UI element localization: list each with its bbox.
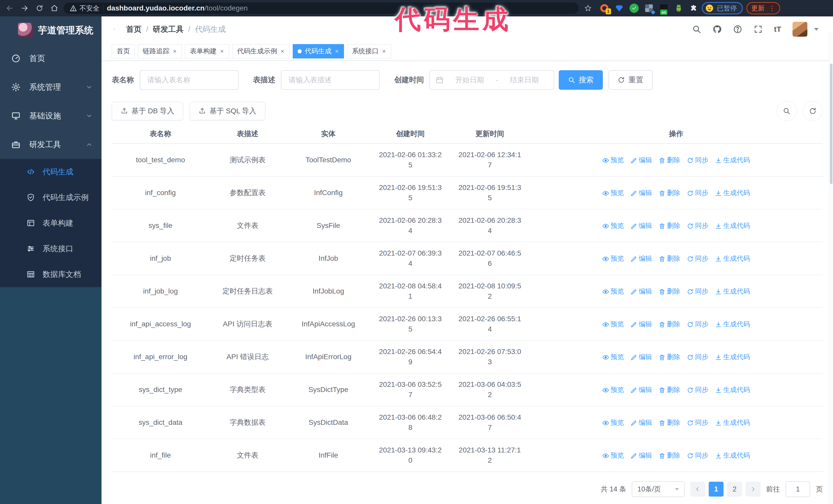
action-eye-link[interactable]: 预览 xyxy=(602,156,624,164)
action-sync-link[interactable]: 同步 xyxy=(687,452,709,459)
action-sync-link[interactable]: 同步 xyxy=(687,156,709,164)
extension-grid-icon[interactable] xyxy=(644,4,653,13)
browser-home-button[interactable] xyxy=(49,3,60,14)
page-button-1[interactable]: 1 xyxy=(709,482,723,497)
action-edit-link[interactable]: 编辑 xyxy=(630,222,652,230)
action-delete-link[interactable]: 删除 xyxy=(659,287,680,295)
address-bar[interactable]: 不安全 dashboard.yudao.iocoder.cn/tool/code… xyxy=(64,3,579,14)
sidebar-subitem-2[interactable]: 表单构建 xyxy=(0,210,101,236)
sidebar-item-2[interactable]: 基础设施 xyxy=(0,101,101,130)
table-name-input[interactable] xyxy=(140,70,239,90)
toggle-search-button[interactable] xyxy=(777,101,796,121)
action-delete-link[interactable]: 删除 xyxy=(659,452,680,459)
action-eye-link[interactable]: 预览 xyxy=(602,189,624,197)
action-download-link[interactable]: 生成代码 xyxy=(715,287,750,295)
action-eye-link[interactable]: 预览 xyxy=(602,418,624,426)
action-eye-link[interactable]: 预览 xyxy=(602,452,624,459)
menu-dots-icon[interactable]: ⋮ xyxy=(769,4,775,12)
browser-update-button[interactable]: 更新 ⋮ xyxy=(746,2,780,14)
sidebar-subitem-4[interactable]: 数据库文档 xyxy=(0,262,101,287)
action-delete-link[interactable]: 删除 xyxy=(659,320,680,328)
sidebar-subitem-3[interactable]: 系统接口 xyxy=(0,236,101,262)
action-delete-link[interactable]: 删除 xyxy=(659,255,680,262)
action-delete-link[interactable]: 删除 xyxy=(659,222,680,230)
prev-page-button[interactable] xyxy=(690,482,705,497)
action-sync-link[interactable]: 同步 xyxy=(687,418,709,426)
extension-adblock-icon[interactable]: 1 xyxy=(600,4,609,13)
search-button[interactable]: 搜索 xyxy=(559,70,603,90)
action-download-link[interactable]: 生成代码 xyxy=(715,452,750,459)
extensions-puzzle-icon[interactable] xyxy=(689,4,698,13)
action-sync-link[interactable]: 同步 xyxy=(687,222,709,230)
import-sql-button[interactable]: 基于 SQL 导入 xyxy=(190,102,265,120)
action-edit-link[interactable]: 编辑 xyxy=(630,255,652,262)
action-sync-link[interactable]: 同步 xyxy=(687,287,709,295)
action-sync-link[interactable]: 同步 xyxy=(687,255,709,262)
sidebar-subitem-1[interactable]: 代码生成示例 xyxy=(0,185,101,210)
action-download-link[interactable]: 生成代码 xyxy=(715,189,750,197)
tab-close-icon[interactable]: × xyxy=(334,48,339,55)
action-edit-link[interactable]: 编辑 xyxy=(630,189,652,197)
tag-tab-5[interactable]: 系统接口× xyxy=(347,44,391,58)
browser-back-button[interactable] xyxy=(4,3,15,14)
action-download-link[interactable]: 生成代码 xyxy=(715,418,750,426)
action-download-link[interactable]: 生成代码 xyxy=(715,353,750,361)
table-desc-input[interactable] xyxy=(281,70,380,90)
next-page-button[interactable] xyxy=(745,482,760,497)
tag-tab-2[interactable]: 表单构建× xyxy=(185,44,229,58)
goto-page-input[interactable] xyxy=(786,481,810,497)
action-download-link[interactable]: 生成代码 xyxy=(715,222,750,230)
action-eye-link[interactable]: 预览 xyxy=(602,222,624,230)
breadcrumb-home[interactable]: 首页 xyxy=(126,24,142,34)
extension-dark-icon[interactable]: on xyxy=(659,4,668,13)
action-edit-link[interactable]: 编辑 xyxy=(630,287,652,295)
date-range-picker[interactable]: 开始日期 - 结束日期 xyxy=(430,70,554,90)
action-edit-link[interactable]: 编辑 xyxy=(630,452,652,459)
action-edit-link[interactable]: 编辑 xyxy=(630,156,652,164)
action-sync-link[interactable]: 同步 xyxy=(687,320,709,328)
page-size-select[interactable]: 10条/页 xyxy=(632,481,685,497)
action-sync-link[interactable]: 同步 xyxy=(687,353,709,361)
app-logo[interactable]: 芋道管理系统 xyxy=(0,17,101,44)
action-edit-link[interactable]: 编辑 xyxy=(630,353,652,361)
avatar-caret-down-icon[interactable] xyxy=(814,28,819,31)
sidebar-subitem-0[interactable]: 代码生成 xyxy=(0,159,101,185)
action-delete-link[interactable]: 删除 xyxy=(659,353,680,361)
extension-gem-icon[interactable] xyxy=(615,4,624,13)
hamburger-icon[interactable] xyxy=(109,24,119,34)
github-icon[interactable] xyxy=(713,25,722,34)
reset-button[interactable]: 重置 xyxy=(609,70,652,90)
fullscreen-icon[interactable] xyxy=(754,25,763,34)
action-delete-link[interactable]: 删除 xyxy=(659,418,680,426)
breadcrumb-tools[interactable]: 研发工具 xyxy=(153,24,184,34)
action-edit-link[interactable]: 编辑 xyxy=(630,418,652,426)
bookmark-star-icon[interactable] xyxy=(582,3,594,14)
tab-close-icon[interactable]: × xyxy=(172,48,177,55)
tab-close-icon[interactable]: × xyxy=(382,48,386,55)
user-avatar[interactable] xyxy=(792,22,807,37)
action-edit-link[interactable]: 编辑 xyxy=(630,386,652,393)
scrollbar-thumb[interactable] xyxy=(830,64,832,184)
tab-close-icon[interactable]: × xyxy=(220,48,224,55)
action-eye-link[interactable]: 预览 xyxy=(602,320,624,328)
action-edit-link[interactable]: 编辑 xyxy=(630,320,652,328)
browser-reload-button[interactable] xyxy=(34,3,45,14)
action-delete-link[interactable]: 删除 xyxy=(659,156,680,164)
help-icon[interactable] xyxy=(733,25,742,34)
action-download-link[interactable]: 生成代码 xyxy=(715,386,750,393)
header-search-icon[interactable] xyxy=(692,25,701,34)
extension-check-icon[interactable] xyxy=(629,4,639,13)
start-date-placeholder[interactable]: 开始日期 xyxy=(446,75,493,85)
action-eye-link[interactable]: 预览 xyxy=(602,353,624,361)
page-button-2[interactable]: 2 xyxy=(727,482,742,497)
import-db-button[interactable]: 基于 DB 导入 xyxy=(112,102,183,120)
action-download-link[interactable]: 生成代码 xyxy=(715,156,750,164)
profile-paused-chip[interactable]: 已暂停 xyxy=(702,2,743,14)
tab-close-icon[interactable]: × xyxy=(280,48,285,55)
action-sync-link[interactable]: 同步 xyxy=(687,386,709,393)
action-sync-link[interactable]: 同步 xyxy=(687,189,709,197)
tag-tab-3[interactable]: 代码生成示例× xyxy=(232,44,290,58)
sidebar-item-0[interactable]: 首页 xyxy=(0,44,101,73)
action-delete-link[interactable]: 删除 xyxy=(659,386,680,393)
tag-tab-4[interactable]: 代码生成× xyxy=(293,44,344,58)
